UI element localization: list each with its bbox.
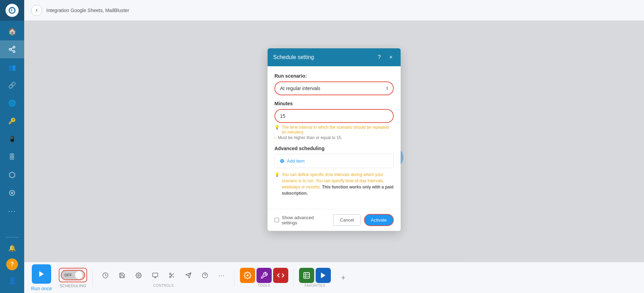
topbar: Integration Google Sheets, MailBluster xyxy=(24,0,644,21)
sidebar-item-keys[interactable]: 🔑 xyxy=(0,112,24,130)
tools-fav-icon-2[interactable] xyxy=(256,268,272,283)
hint-repeat: 💡 The time interval in which the scenari… xyxy=(274,125,394,135)
modal-overlay: Schedule setting ? × Run scenario: At re… xyxy=(24,21,644,262)
connections-icon xyxy=(8,46,16,53)
svg-point-14 xyxy=(169,273,171,275)
run-once-section: Run once xyxy=(31,264,52,291)
show-advanced-checkbox[interactable] xyxy=(274,218,279,222)
show-advanced-label[interactable]: Show advanced settings xyxy=(274,215,330,225)
svg-marker-28 xyxy=(321,273,326,279)
controls-label: CONTROLS xyxy=(153,284,174,287)
back-arrow-icon xyxy=(34,8,39,13)
sidebar-item-modules[interactable] xyxy=(0,166,24,184)
help-circle-icon xyxy=(202,272,208,279)
code-icon xyxy=(277,272,284,279)
modal-help-button[interactable]: ? xyxy=(375,53,383,61)
sidebar-item-circle[interactable] xyxy=(0,184,24,202)
avatar-icon: 👤 xyxy=(8,276,17,285)
sidebar-item-home[interactable]: 🏠 xyxy=(0,22,24,40)
database-icon: 🗄 xyxy=(9,154,15,161)
logo-circle xyxy=(6,4,19,17)
svg-point-2 xyxy=(13,51,15,53)
add-favorite-button[interactable]: + xyxy=(336,270,351,285)
main-content: Integration Google Sheets, MailBluster G… xyxy=(24,0,644,293)
help-toolbar-icon[interactable] xyxy=(197,268,213,283)
minutes-label: Minutes xyxy=(274,101,394,106)
question-icon: ? xyxy=(10,261,14,267)
settings-toolbar-icon[interactable] xyxy=(131,268,146,283)
sidebar-logo[interactable] xyxy=(0,0,24,21)
cancel-button[interactable]: Cancel xyxy=(333,214,360,226)
sidebar-item-web[interactable]: 🌐 xyxy=(0,94,24,112)
tools-group: TOOLS xyxy=(240,268,288,287)
modal-close-button[interactable]: × xyxy=(387,53,395,61)
sidebar-item-links[interactable]: 🔗 xyxy=(0,76,24,94)
wrench-icon xyxy=(260,272,268,279)
play-icon xyxy=(38,270,45,278)
svg-point-15 xyxy=(169,276,171,278)
deploy-toolbar-icon[interactable] xyxy=(181,268,196,283)
info-bulb-icon: 💡 xyxy=(274,172,280,196)
schedule-modal: Schedule setting ? × Run scenario: At re… xyxy=(268,48,401,231)
teams-icon: 👥 xyxy=(8,64,16,71)
schedule-toolbar-icon[interactable] xyxy=(98,268,113,283)
sidebar-item-data[interactable]: 🗄 xyxy=(0,148,24,166)
logo-inner xyxy=(9,7,16,14)
breadcrumb: Integration Google Sheets, MailBluster xyxy=(46,8,129,13)
scheduling-outline: OFF xyxy=(59,268,87,282)
svg-marker-8 xyxy=(39,271,44,277)
tools-fav-icon-3[interactable] xyxy=(273,268,288,283)
sidebar-item-profile[interactable]: 👤 xyxy=(0,272,24,290)
scheduling-toggle[interactable]: OFF xyxy=(61,270,85,280)
tools-fav-icon-1[interactable] xyxy=(240,268,255,283)
sidebar-item-notifications[interactable]: 🔔 xyxy=(0,239,24,257)
activate-button[interactable]: Activate xyxy=(364,214,394,226)
run-once-label: Run once xyxy=(31,286,52,291)
svg-rect-11 xyxy=(152,273,158,277)
sidebar-nav: 🏠 👥 🔗 🌐 🔑 📱 🗄 xyxy=(0,21,24,235)
bottom-toolbar: Run once OFF SCHEDULING xyxy=(24,262,644,293)
modal-footer: Show advanced settings Cancel Activate xyxy=(268,209,401,231)
add-item-box[interactable]: ⊕ Add item xyxy=(274,154,394,168)
sidebar-divider xyxy=(5,237,19,237)
run-scenario-select[interactable]: At regular intervals Once Daily Weekly M… xyxy=(274,81,394,95)
fav-mb-icon[interactable] xyxy=(316,268,331,283)
favorites-group: FAVORITES xyxy=(299,268,331,287)
gear-icon xyxy=(136,272,142,279)
tools-toolbar-icon[interactable] xyxy=(164,268,179,283)
sidebar-item-mobile[interactable]: 📱 xyxy=(0,130,24,148)
links-icon: 🔗 xyxy=(8,81,16,89)
back-button[interactable] xyxy=(31,5,42,16)
svg-line-3 xyxy=(11,50,13,51)
minutes-input[interactable] xyxy=(274,109,394,123)
run-scenario-select-wrapper: At regular intervals Once Daily Weekly M… xyxy=(274,81,394,95)
sidebar: 🏠 👥 🔗 🌐 🔑 📱 🗄 xyxy=(0,0,24,293)
sidebar-item-help[interactable]: ? xyxy=(6,258,18,270)
scissors-icon xyxy=(169,272,175,279)
controls-icons: ··· xyxy=(98,268,229,283)
sidebar-item-connections[interactable] xyxy=(0,40,24,58)
run-scenario-label: Run scenario: xyxy=(274,73,394,79)
save-icon xyxy=(119,272,125,279)
mobile-icon: 📱 xyxy=(8,135,16,143)
save-toolbar-icon[interactable] xyxy=(114,268,130,283)
display-toolbar-icon[interactable] xyxy=(148,268,163,283)
sidebar-item-teams[interactable]: 👥 xyxy=(0,58,24,76)
key-icon: 🔑 xyxy=(8,117,16,125)
more-dots-icon: ··· xyxy=(8,207,16,215)
web-icon: 🌐 xyxy=(8,99,16,107)
svg-line-4 xyxy=(11,48,13,49)
run-once-button[interactable] xyxy=(32,264,51,284)
fav-gs-icon[interactable] xyxy=(299,268,314,283)
svg-point-23 xyxy=(246,274,249,276)
svg-line-17 xyxy=(172,276,174,277)
plus-icon: + xyxy=(341,273,346,282)
more-toolbar-icon[interactable]: ··· xyxy=(214,268,229,283)
cube-icon xyxy=(9,172,16,178)
svg-point-10 xyxy=(138,275,140,276)
sidebar-item-more[interactable]: ··· xyxy=(0,202,24,220)
minutes-group: Minutes 💡 The time interval in which the… xyxy=(274,101,394,140)
svg-point-5 xyxy=(11,192,13,194)
scheduling-label: SCHEDULING xyxy=(59,284,86,288)
divider-1 xyxy=(92,269,93,286)
